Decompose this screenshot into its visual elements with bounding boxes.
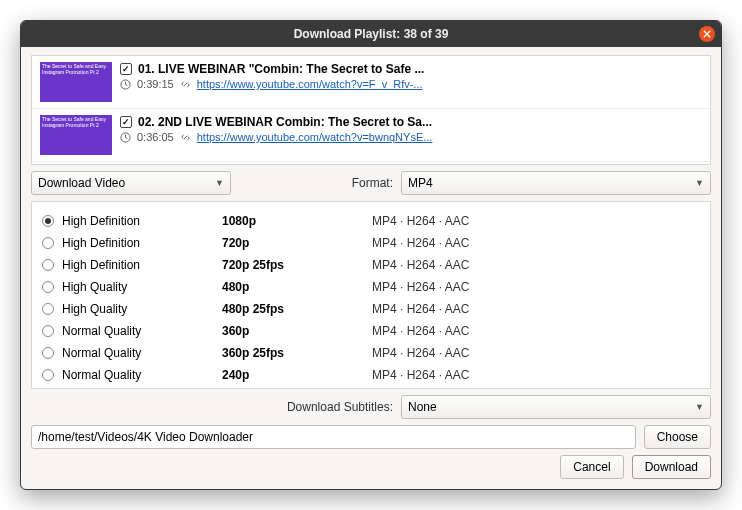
video-meta: ✓01. LIVE WEBINAR "Combin: The Secret to… — [120, 62, 702, 90]
quality-label: Normal Quality — [62, 368, 141, 382]
quality-radio[interactable]: Normal Quality — [42, 324, 222, 338]
clock-icon — [120, 79, 131, 90]
quality-option[interactable]: Normal Quality360p 25fpsMP4 · H264 · AAC — [42, 342, 700, 364]
quality-codec: MP4 · H264 · AAC — [372, 324, 700, 338]
format-label: Format: — [352, 176, 393, 190]
quality-codec: MP4 · H264 · AAC — [372, 346, 700, 360]
quality-option[interactable]: High Quality480p 25fpsMP4 · H264 · AAC — [42, 298, 700, 320]
quality-codec: MP4 · H264 · AAC — [372, 302, 700, 316]
quality-resolution: 1080p — [222, 214, 372, 228]
quality-radio[interactable]: High Quality — [42, 302, 222, 316]
quality-option[interactable]: Normal Quality360pMP4 · H264 · AAC — [42, 320, 700, 342]
quality-option[interactable]: Normal Quality240pMP4 · H264 · AAC — [42, 364, 700, 386]
quality-codec: MP4 · H264 · AAC — [372, 258, 700, 272]
quality-resolution: 360p — [222, 324, 372, 338]
close-button[interactable] — [699, 26, 715, 42]
quality-resolution: 360p 25fps — [222, 346, 372, 360]
link-icon — [180, 79, 191, 90]
quality-radio[interactable]: High Definition — [42, 214, 222, 228]
radio-icon — [42, 259, 54, 271]
radio-icon — [42, 347, 54, 359]
radio-icon — [42, 237, 54, 249]
quality-codec: MP4 · H264 · AAC — [372, 214, 700, 228]
quality-radio[interactable]: High Definition — [42, 236, 222, 250]
link-icon — [180, 132, 191, 143]
video-checkbox[interactable]: ✓ — [120, 63, 132, 75]
chevron-down-icon: ▼ — [695, 178, 704, 188]
choose-button-label: Choose — [657, 430, 698, 444]
quality-label: High Definition — [62, 258, 140, 272]
destination-path-input[interactable]: /home/test/Videos/4K Video Downloader — [31, 425, 636, 449]
radio-icon — [42, 325, 54, 337]
choose-button[interactable]: Choose — [644, 425, 711, 449]
download-playlist-dialog: Download Playlist: 38 of 39 The Secret t… — [20, 20, 722, 490]
action-select-value: Download Video — [38, 176, 125, 190]
video-thumbnail: The Secret to Safe and Easy Instagram Pr… — [40, 115, 112, 155]
quality-option[interactable]: High Definition720p 25fpsMP4 · H264 · AA… — [42, 254, 700, 276]
close-icon — [703, 27, 711, 41]
video-meta: ✓02. 2ND LIVE WEBINAR Combin: The Secret… — [120, 115, 702, 143]
subtitles-select-value: None — [408, 400, 437, 414]
subtitles-select[interactable]: None ▼ — [401, 395, 711, 419]
quality-radio[interactable]: High Definition — [42, 258, 222, 272]
radio-icon — [42, 369, 54, 381]
quality-radio[interactable]: Normal Quality — [42, 346, 222, 360]
quality-radio[interactable]: High Quality — [42, 280, 222, 294]
quality-label: High Definition — [62, 236, 140, 250]
quality-option[interactable]: High Definition1080pMP4 · H264 · AAC — [42, 210, 700, 232]
quality-resolution: 720p 25fps — [222, 258, 372, 272]
video-duration: 0:39:15 — [137, 78, 174, 90]
video-url[interactable]: https://www.youtube.com/watch?v=F_v_Rfv-… — [197, 78, 423, 90]
format-select-value: MP4 — [408, 176, 433, 190]
quality-radio[interactable]: Normal Quality — [42, 368, 222, 382]
window-title: Download Playlist: 38 of 39 — [294, 27, 449, 41]
quality-resolution: 480p 25fps — [222, 302, 372, 316]
quality-codec: MP4 · H264 · AAC — [372, 236, 700, 250]
video-url[interactable]: https://www.youtube.com/watch?v=bwnqNYsE… — [197, 131, 433, 143]
video-title: 02. 2ND LIVE WEBINAR Combin: The Secret … — [138, 115, 432, 129]
radio-icon — [42, 303, 54, 315]
subtitles-row: Download Subtitles: None ▼ — [31, 395, 711, 419]
quality-option[interactable]: High Definition720pMP4 · H264 · AAC — [42, 232, 700, 254]
quality-label: High Quality — [62, 280, 127, 294]
radio-icon — [42, 281, 54, 293]
quality-label: Normal Quality — [62, 324, 141, 338]
destination-path-value: /home/test/Videos/4K Video Downloader — [38, 430, 253, 444]
destination-row: /home/test/Videos/4K Video Downloader Ch… — [31, 425, 711, 449]
format-select[interactable]: MP4 ▼ — [401, 171, 711, 195]
quality-label: High Quality — [62, 302, 127, 316]
video-item[interactable]: The Secret to Safe and Easy Instagram Pr… — [32, 56, 710, 109]
cancel-button-label: Cancel — [573, 460, 610, 474]
chevron-down-icon: ▼ — [215, 178, 224, 188]
quality-resolution: 720p — [222, 236, 372, 250]
video-thumbnail: The Secret to Safe and Easy Instagram Pr… — [40, 62, 112, 102]
action-format-row: Download Video ▼ Format: MP4 ▼ — [31, 171, 711, 195]
video-item[interactable]: The Secret to Safe and Easy Instagram Pr… — [32, 109, 710, 162]
download-button[interactable]: Download — [632, 455, 711, 479]
chevron-down-icon: ▼ — [695, 402, 704, 412]
quality-option[interactable]: High Quality480pMP4 · H264 · AAC — [42, 276, 700, 298]
quality-resolution: 480p — [222, 280, 372, 294]
titlebar: Download Playlist: 38 of 39 — [21, 21, 721, 47]
quality-label: High Definition — [62, 214, 140, 228]
quality-panel: High Definition1080pMP4 · H264 · AACHigh… — [31, 201, 711, 389]
quality-resolution: 240p — [222, 368, 372, 382]
clock-icon — [120, 132, 131, 143]
download-button-label: Download — [645, 460, 698, 474]
radio-icon — [42, 215, 54, 227]
cancel-button[interactable]: Cancel — [560, 455, 623, 479]
quality-codec: MP4 · H264 · AAC — [372, 280, 700, 294]
video-title: 01. LIVE WEBINAR "Combin: The Secret to … — [138, 62, 424, 76]
video-list[interactable]: The Secret to Safe and Easy Instagram Pr… — [31, 55, 711, 165]
subtitles-label: Download Subtitles: — [287, 400, 393, 414]
footer-row: Cancel Download — [31, 455, 711, 479]
video-checkbox[interactable]: ✓ — [120, 116, 132, 128]
dialog-body: The Secret to Safe and Easy Instagram Pr… — [21, 47, 721, 489]
quality-label: Normal Quality — [62, 346, 141, 360]
action-select[interactable]: Download Video ▼ — [31, 171, 231, 195]
quality-codec: MP4 · H264 · AAC — [372, 368, 700, 382]
video-duration: 0:36:05 — [137, 131, 174, 143]
